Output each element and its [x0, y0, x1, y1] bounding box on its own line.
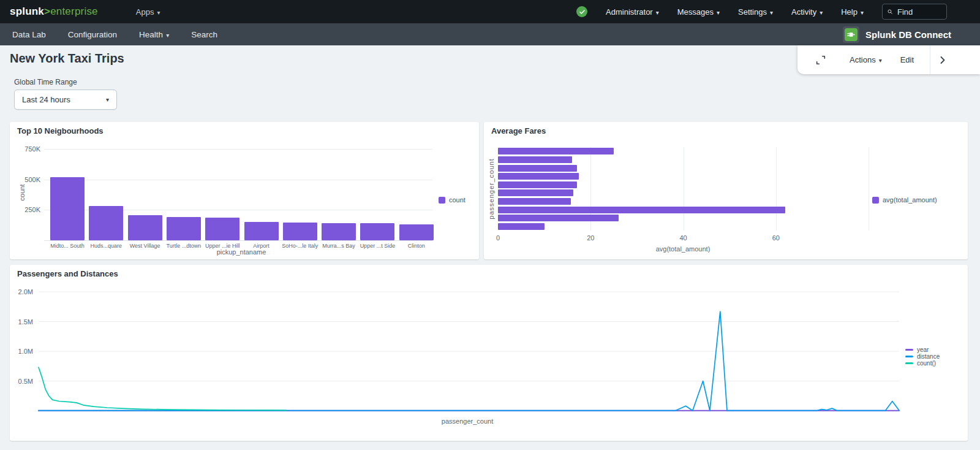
- bar-passenger-count-5[interactable]: [498, 189, 573, 196]
- splunk-logo[interactable]: splunk>enterprise: [10, 6, 98, 18]
- x-category-label: Midto... South: [48, 243, 87, 249]
- y-tick-label: 1.0M: [10, 348, 33, 355]
- nav-item-search[interactable]: Search: [191, 30, 217, 39]
- x-category-label: Murra...s Bay: [319, 243, 358, 249]
- panel-top10-neighbourhoods: Top 10 Neigbourhoods 250K500K750KcountMi…: [10, 122, 479, 259]
- bar-passenger-count-6[interactable]: [498, 198, 571, 205]
- expand-fullscreen-icon[interactable]: [815, 55, 826, 66]
- bar-passenger-count-8[interactable]: [498, 215, 619, 221]
- nav-item-health[interactable]: Health: [139, 30, 169, 39]
- x-axis-line: [44, 240, 432, 241]
- apps-menu[interactable]: Apps: [136, 7, 160, 17]
- x-axis-title: passenger_count: [406, 418, 529, 425]
- find-search-input[interactable]: [896, 7, 941, 17]
- toolbar-divider: [930, 45, 930, 74]
- bar-Clinton[interactable]: [399, 224, 434, 240]
- gridline: [44, 180, 432, 180]
- bar-passenger-count-1[interactable]: [498, 156, 572, 163]
- legend-swatch-count[interactable]: [905, 362, 913, 364]
- legend-swatch-count[interactable]: [439, 197, 445, 204]
- top10-bar-chart: 250K500K750KcountMidto... SouthHuds...qu…: [10, 122, 479, 259]
- bar-passenger-count-3[interactable]: [498, 173, 579, 180]
- top-nav-right: Administrator Messages Settings Activity…: [576, 4, 980, 20]
- x-category-label: West Village: [126, 243, 165, 249]
- app-title: Splunk DB Connect: [865, 29, 951, 40]
- actions-button-label: Actions: [850, 55, 876, 64]
- x-axis-title: pickup_ntaname: [180, 248, 303, 256]
- y-tick-label: 2.0M: [10, 288, 33, 296]
- panel-passengers-distances: Passengers and Distances 0.5M1.0M1.5M2.0…: [10, 265, 968, 441]
- legend-label-count[interactable]: count: [449, 196, 466, 204]
- global-time-range-label: Global Time Range: [14, 78, 77, 86]
- bar-Upper ...t Side[interactable]: [360, 223, 394, 240]
- legend-swatch-year[interactable]: [905, 349, 913, 351]
- activity-menu[interactable]: Activity: [791, 7, 823, 17]
- bar-passenger-count-2[interactable]: [498, 165, 577, 172]
- legend-label-distance[interactable]: distance: [917, 353, 940, 360]
- bar-SoHo-...le Italy[interactable]: [283, 223, 317, 240]
- nav-item-health-label: Health: [139, 30, 163, 39]
- line-distance[interactable]: [39, 311, 899, 411]
- line-chart-plot: [39, 283, 899, 415]
- gridline: [776, 147, 777, 231]
- page-title: New York Taxi Trips: [10, 51, 124, 66]
- bar-passenger-count-0[interactable]: [498, 148, 614, 154]
- search-icon: [888, 8, 892, 15]
- legend-label-count[interactable]: count(): [917, 360, 936, 367]
- logo-enterprise-text: enterprise: [50, 6, 98, 17]
- gridline: [869, 147, 869, 231]
- actions-button[interactable]: Actions: [850, 55, 882, 64]
- db-connect-plug-icon: [845, 28, 858, 41]
- settings-menu[interactable]: Settings: [738, 7, 773, 17]
- chevron-right-icon[interactable]: [938, 56, 947, 64]
- messages-menu-label: Messages: [677, 7, 714, 17]
- x-category-label: Huds...quare: [86, 243, 126, 249]
- bar-Upper ...ie Hill[interactable]: [205, 218, 239, 240]
- nav-item-configuration[interactable]: Configuration: [68, 30, 117, 39]
- help-menu[interactable]: Help: [841, 7, 864, 17]
- x-category-label: Upper ...t Side: [358, 243, 397, 249]
- y-tick-label: 1.5M: [10, 318, 33, 326]
- bar-Midto... South[interactable]: [50, 177, 85, 240]
- x-tick-label: 20: [581, 234, 600, 242]
- edit-button[interactable]: Edit: [900, 55, 914, 64]
- average-fares-bar-chart: 0204060passenger_countavg(total_amount)a…: [484, 122, 968, 259]
- app-identity[interactable]: Splunk DB Connect: [843, 26, 951, 43]
- bar-Huds...quare[interactable]: [89, 206, 123, 240]
- bar-passenger-count-4[interactable]: [498, 181, 577, 188]
- line-count[interactable]: [39, 367, 287, 410]
- apps-menu-label: Apps: [136, 7, 154, 17]
- y-tick-label: 0.5M: [10, 378, 33, 385]
- bar-Turtle ...dtown[interactable]: [167, 217, 201, 240]
- passengers-distances-line-chart: 0.5M1.0M1.5M2.0Mpassenger_countyeardista…: [10, 265, 968, 441]
- logo-splunk-text: splunk: [10, 6, 44, 17]
- legend-swatch-distance[interactable]: [905, 356, 913, 357]
- dashboard-toolbar: Actions Edit: [797, 45, 980, 74]
- db-connect-icon-frame: [843, 26, 859, 43]
- activity-menu-label: Activity: [791, 7, 816, 17]
- legend-label-year[interactable]: year: [917, 346, 929, 353]
- y-axis-title: passenger_count: [488, 147, 495, 231]
- bar-Airport[interactable]: [244, 222, 279, 240]
- legend-swatch-avg-total-amount[interactable]: [872, 197, 879, 204]
- bar-Murra...s Bay[interactable]: [322, 223, 356, 240]
- messages-menu[interactable]: Messages: [677, 7, 720, 17]
- y-axis-title: count: [18, 145, 26, 240]
- x-tick-label: 40: [674, 234, 693, 242]
- bar-passenger-count-7[interactable]: [498, 207, 785, 213]
- bar-passenger-count-9[interactable]: [498, 223, 545, 230]
- gridline: [44, 149, 432, 150]
- global-time-range-select[interactable]: Last 24 hours ▾: [14, 90, 117, 110]
- bar-West Village[interactable]: [128, 215, 162, 240]
- find-search-box[interactable]: [882, 4, 947, 20]
- user-menu[interactable]: Administrator: [606, 7, 659, 17]
- panel-average-fares: Average Fares 0204060passenger_countavg(…: [484, 122, 968, 259]
- legend-label-avg-total-amount[interactable]: avg(total_amount): [883, 196, 937, 204]
- x-category-label: Clinton: [397, 243, 436, 249]
- top-nav-bar: splunk>enterprise Apps Administrator Mes…: [0, 0, 980, 23]
- nav-item-data-lab[interactable]: Data Lab: [12, 30, 46, 39]
- user-menu-label: Administrator: [606, 7, 653, 17]
- x-axis-title: avg(total_amount): [622, 245, 744, 253]
- health-status-icon[interactable]: [576, 6, 587, 17]
- global-time-range-value: Last 24 hours: [22, 95, 70, 104]
